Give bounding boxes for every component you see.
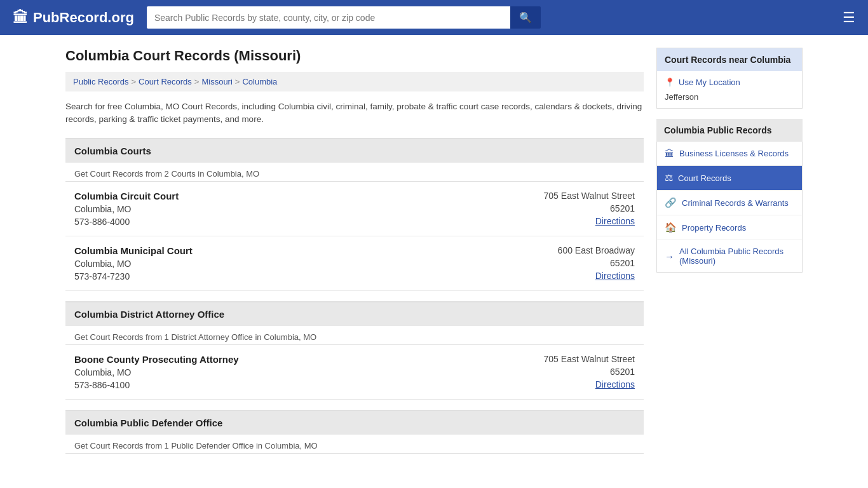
- record-info-circuit: Columbia Circuit Court Columbia, MO 573-…: [74, 191, 179, 227]
- sidebar-records-list: 🏛 Business Licenses & Records ⚖ Court Re…: [656, 142, 803, 273]
- sidebar-link-court-records[interactable]: ⚖ Court Records: [657, 166, 802, 190]
- sidebar-public-records-header: Columbia Public Records: [656, 119, 803, 142]
- nearby-city-text: Jefferson: [665, 92, 794, 102]
- sidebar-item-business: 🏛 Business Licenses & Records: [657, 142, 802, 166]
- main-container: Columbia Court Records (Missouri) Public…: [53, 35, 815, 466]
- record-info-municipal: Columbia Municipal Court Columbia, MO 57…: [74, 245, 193, 281]
- record-zip-municipal: 65201: [558, 258, 635, 268]
- record-city-municipal: Columbia, MO: [74, 259, 193, 269]
- sidebar-near-body: 📍 Use My Location Jefferson: [657, 71, 802, 108]
- sidebar-near-header: Court Records near Columbia: [657, 48, 802, 71]
- table-row: Boone County Prosecuting Attorney Columb…: [65, 345, 644, 400]
- table-row: Columbia Municipal Court Columbia, MO 57…: [65, 236, 644, 291]
- breadcrumb-missouri[interactable]: Missouri: [201, 77, 232, 86]
- business-icon: 🏛: [665, 148, 674, 159]
- record-name-circuit: Columbia Circuit Court: [74, 191, 179, 201]
- record-phone-circuit: 573-886-4000: [74, 217, 179, 227]
- record-phone-boone: 573-886-4100: [74, 380, 239, 390]
- record-address-municipal: 600 East Broadway 65201 Directions: [558, 245, 635, 281]
- sidebar-link-criminal[interactable]: 🔗 Criminal Records & Warrants: [657, 191, 802, 215]
- directions-link-circuit[interactable]: Directions: [595, 216, 635, 226]
- table-row: Columbia Circuit Court Columbia, MO 573-…: [65, 182, 644, 236]
- directions-link-municipal[interactable]: Directions: [595, 271, 635, 281]
- sidebar-public-records: Columbia Public Records 🏛 Business Licen…: [656, 119, 803, 273]
- record-info-boone: Boone County Prosecuting Attorney Columb…: [74, 354, 239, 390]
- record-name-municipal: Columbia Municipal Court: [74, 245, 193, 256]
- property-icon: 🏠: [665, 222, 677, 233]
- sidebar-item-court-records: ⚖ Court Records: [657, 166, 802, 191]
- all-records-icon: →: [665, 251, 674, 262]
- record-zip-circuit: 65201: [544, 203, 635, 214]
- sidebar-label-court-records: Court Records: [678, 173, 731, 183]
- breadcrumb-public-records[interactable]: Public Records: [73, 77, 128, 86]
- courts-section-header: Columbia Courts: [65, 139, 644, 163]
- menu-button[interactable]: ☰: [843, 10, 855, 26]
- use-my-location-button[interactable]: 📍 Use My Location: [665, 78, 794, 87]
- site-logo[interactable]: 🏛 PubRecord.org: [13, 9, 134, 27]
- directions-link-boone[interactable]: Directions: [595, 379, 635, 390]
- main-content: Columbia Court Records (Missouri) Public…: [65, 48, 644, 454]
- record-zip-boone: 65201: [544, 367, 635, 377]
- breadcrumb-sep-2: >: [194, 77, 200, 86]
- sidebar-label-property: Property Records: [682, 223, 746, 233]
- sidebar-item-criminal: 🔗 Criminal Records & Warrants: [657, 191, 802, 215]
- use-my-location-label: Use My Location: [679, 78, 740, 87]
- search-input[interactable]: [147, 6, 510, 29]
- record-name-boone: Boone County Prosecuting Attorney: [74, 354, 239, 365]
- sidebar-link-property[interactable]: 🏠 Property Records: [657, 215, 802, 240]
- logo-icon: 🏛: [13, 9, 28, 27]
- search-bar: 🔍: [147, 6, 541, 29]
- search-button[interactable]: 🔍: [510, 6, 541, 29]
- location-icon: 📍: [665, 78, 675, 87]
- logo-text: PubRecord.org: [33, 10, 134, 26]
- record-street-municipal: 600 East Broadway: [558, 245, 635, 255]
- sidebar-item-all: → All Columbia Public Records (Missouri): [657, 240, 802, 272]
- sidebar-link-business[interactable]: 🏛 Business Licenses & Records: [657, 142, 802, 165]
- sidebar-label-business: Business Licenses & Records: [679, 149, 789, 158]
- record-address-boone: 705 East Walnut Street 65201 Directions: [544, 354, 635, 390]
- district-attorney-section: Columbia District Attorney Office Get Co…: [65, 301, 644, 400]
- public-defender-section: Columbia Public Defender Office Get Cour…: [65, 410, 644, 454]
- courts-section-subtext: Get Court Records from 2 Courts in Colum…: [65, 163, 644, 182]
- record-city-boone: Columbia, MO: [74, 367, 239, 377]
- da-section-header: Columbia District Attorney Office: [65, 302, 644, 326]
- sidebar-near-box: Court Records near Columbia 📍 Use My Loc…: [656, 48, 803, 109]
- criminal-icon: 🔗: [665, 197, 677, 208]
- courts-section: Columbia Courts Get Court Records from 2…: [65, 138, 644, 291]
- record-street-boone: 705 East Walnut Street: [544, 354, 635, 364]
- breadcrumb: Public Records > Court Records > Missour…: [65, 72, 644, 92]
- sidebar-item-property: 🏠 Property Records: [657, 215, 802, 240]
- sidebar-label-criminal: Criminal Records & Warrants: [682, 198, 789, 208]
- pd-section-header: Columbia Public Defender Office: [65, 411, 644, 435]
- sidebar-label-all: All Columbia Public Records (Missouri): [679, 247, 794, 266]
- record-address-circuit: 705 East Walnut Street 65201 Directions: [544, 191, 635, 227]
- breadcrumb-columbia[interactable]: Columbia: [242, 77, 277, 86]
- record-phone-municipal: 573-874-7230: [74, 271, 193, 281]
- sidebar-link-all[interactable]: → All Columbia Public Records (Missouri): [657, 240, 802, 272]
- breadcrumb-court-records[interactable]: Court Records: [139, 77, 192, 86]
- page-description: Search for free Columbia, MO Court Recor…: [65, 100, 644, 126]
- breadcrumb-sep-3: >: [235, 77, 240, 86]
- record-street-circuit: 705 East Walnut Street: [544, 191, 635, 201]
- page-title: Columbia Court Records (Missouri): [65, 48, 644, 64]
- site-header: 🏛 PubRecord.org 🔍 ☰: [0, 0, 868, 35]
- sidebar: Court Records near Columbia 📍 Use My Loc…: [656, 48, 803, 454]
- pd-section-subtext: Get Court Records from 1 Public Defender…: [65, 435, 644, 454]
- court-icon: ⚖: [665, 172, 673, 184]
- breadcrumb-sep-1: >: [131, 77, 136, 86]
- da-section-subtext: Get Court Records from 1 District Attorn…: [65, 326, 644, 345]
- record-city-circuit: Columbia, MO: [74, 204, 179, 214]
